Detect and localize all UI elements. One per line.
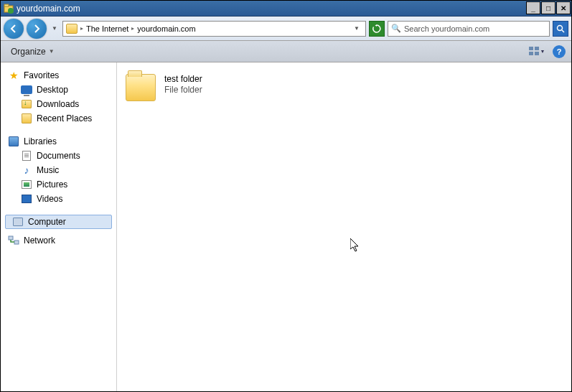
svg-point-2 — [8, 8, 14, 14]
sidebar-item-music[interactable]: ♪ Music — [5, 163, 112, 177]
libraries-label: Libraries — [24, 136, 57, 146]
sidebar-item-network[interactable]: Network — [5, 233, 112, 248]
main-area: ★ Favorites Desktop Downloads Recent Pla… — [1, 62, 571, 391]
command-bar: Organize ▼ ▼ ? — [1, 41, 571, 62]
sidebar-item-pictures[interactable]: Pictures — [5, 177, 112, 192]
svg-rect-10 — [14, 241, 19, 244]
recent-places-icon — [21, 113, 32, 124]
breadcrumb-current[interactable]: yourdomain.com — [137, 24, 195, 33]
network-icon — [8, 235, 19, 246]
address-dropdown-icon[interactable]: ▼ — [351, 25, 362, 32]
computer-icon — [12, 216, 24, 228]
network-group: Network — [1, 232, 116, 255]
svg-rect-8 — [535, 52, 539, 55]
location-icon — [66, 24, 78, 34]
sidebar-item-label: Documents — [37, 151, 80, 161]
svg-rect-6 — [535, 47, 539, 50]
breadcrumb-root[interactable]: The Internet — [86, 24, 128, 33]
maximize-button[interactable]: □ — [541, 1, 555, 14]
window-title: yourdomain.com — [17, 4, 526, 14]
back-button[interactable] — [4, 19, 24, 39]
help-button[interactable]: ? — [553, 45, 566, 58]
sidebar-item-label: Pictures — [37, 179, 67, 190]
content-pane[interactable]: test folder File folder — [117, 62, 571, 391]
svg-rect-5 — [529, 47, 533, 50]
nav-history-dropdown[interactable]: ▼ — [50, 25, 60, 32]
app-icon — [4, 4, 14, 14]
sidebar-item-recent-places[interactable]: Recent Places — [5, 111, 112, 126]
pictures-icon — [21, 179, 32, 190]
sidebar-item-label: Recent Places — [37, 113, 92, 123]
search-placeholder: Search yourdomain.com — [404, 24, 489, 33]
sidebar-item-downloads[interactable]: Downloads — [5, 97, 112, 111]
sidebar-item-documents[interactable]: Documents — [5, 149, 112, 163]
libraries-header[interactable]: Libraries — [5, 134, 112, 149]
desktop-icon — [21, 84, 32, 95]
star-icon: ★ — [8, 70, 19, 81]
folder-item[interactable]: test folder File folder — [123, 71, 309, 104]
sidebar-item-computer[interactable]: Computer — [5, 215, 112, 229]
svg-rect-1 — [4, 4, 9, 6]
sidebar-item-desktop[interactable]: Desktop — [5, 83, 112, 97]
view-options-button[interactable]: ▼ — [527, 45, 547, 58]
title-bar: yourdomain.com _ □ ✕ — [1, 1, 571, 17]
refresh-button[interactable] — [369, 21, 385, 37]
minimize-button[interactable]: _ — [526, 1, 540, 14]
sidebar-item-label: Videos — [37, 194, 62, 204]
search-box[interactable]: 🔍 Search yourdomain.com — [388, 21, 550, 37]
downloads-icon — [21, 98, 32, 110]
svg-rect-7 — [529, 52, 533, 55]
svg-point-3 — [558, 25, 563, 30]
organize-label: Organize — [11, 47, 46, 57]
sidebar-item-label: Desktop — [37, 85, 68, 95]
forward-button[interactable] — [27, 19, 47, 39]
sidebar-item-label: Computer — [28, 217, 66, 227]
svg-rect-9 — [9, 236, 13, 240]
folder-icon — [126, 74, 156, 101]
chevron-down-icon: ▼ — [49, 48, 55, 55]
libraries-icon — [8, 136, 19, 147]
sidebar-item-label: Downloads — [37, 99, 79, 109]
chevron-right-icon: ▸ — [80, 25, 83, 32]
videos-icon — [21, 193, 32, 205]
chevron-down-icon: ▼ — [540, 49, 545, 54]
computer-group: Computer — [1, 213, 116, 232]
search-icon: 🔍 — [391, 24, 401, 33]
search-go-button[interactable] — [553, 21, 568, 37]
sidebar-item-label: Music — [37, 165, 59, 175]
sidebar-item-videos[interactable]: Videos — [5, 192, 112, 206]
organize-menu[interactable]: Organize ▼ — [6, 45, 59, 58]
address-bar[interactable]: ▸ The Internet ▸ yourdomain.com ▼ — [62, 21, 366, 37]
item-name: test folder — [164, 74, 202, 85]
favorites-header[interactable]: ★ Favorites — [5, 68, 112, 83]
documents-icon — [21, 150, 32, 162]
favorites-label: Favorites — [24, 70, 59, 80]
music-icon: ♪ — [21, 164, 32, 176]
navigation-bar: ▼ ▸ The Internet ▸ yourdomain.com ▼ 🔍 Se… — [1, 17, 571, 41]
close-button[interactable]: ✕ — [556, 1, 571, 14]
libraries-group: Libraries Documents ♪ Music Pictures Vid… — [1, 133, 116, 213]
sidebar-item-label: Network — [24, 235, 55, 246]
chevron-right-icon: ▸ — [131, 25, 134, 32]
favorites-group: ★ Favorites Desktop Downloads Recent Pla… — [1, 67, 116, 133]
item-type: File folder — [164, 85, 202, 95]
navigation-pane: ★ Favorites Desktop Downloads Recent Pla… — [1, 62, 117, 391]
svg-line-4 — [562, 30, 564, 32]
